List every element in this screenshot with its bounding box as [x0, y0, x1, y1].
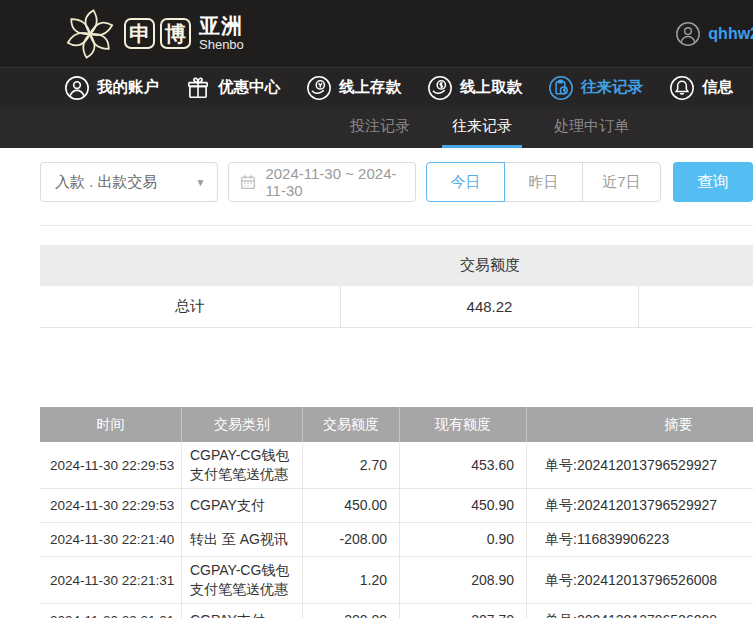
summary-total-value: 448.22	[341, 286, 639, 327]
brand-subtitle: Shenbo	[199, 37, 244, 52]
cell-balance: 208.90	[400, 557, 527, 603]
cell-amount: 450.00	[303, 489, 400, 522]
date-range-input[interactable]: 2024-11-30 ~ 2024-11-30	[228, 162, 416, 202]
nav-label: 往来记录	[581, 77, 643, 98]
transaction-type-value: 入款 . 出款交易	[55, 173, 158, 192]
cell-summary: 单号:202412013796526008	[527, 604, 753, 618]
cell-time: 2024-11-30 22:29:53	[40, 442, 182, 488]
chevron-down-icon: ▼	[195, 177, 205, 188]
tab-processing-orders[interactable]: 处理中订单	[544, 107, 639, 148]
table-header-row: 时间 交易类别 交易额度 现有额度 摘要	[40, 407, 753, 442]
top-header: 申 博 亚洲 Shenbo qhhw2	[0, 0, 753, 67]
sub-nav: 投注记录 往来记录 处理中订单	[0, 107, 753, 148]
logo-char-box-2: 博	[160, 18, 191, 49]
nav-item-promotions[interactable]: 优惠中心	[185, 75, 280, 101]
header-summary: 摘要	[527, 407, 753, 442]
search-button[interactable]: 查询	[673, 162, 753, 202]
header-time: 时间	[40, 407, 182, 442]
cell-balance: 0.90	[400, 523, 527, 556]
logo-char-box-1: 申	[124, 18, 155, 49]
header-amount: 交易额度	[303, 407, 400, 442]
user-icon	[64, 75, 90, 101]
cell-balance: 207.70	[400, 604, 527, 618]
last7days-button[interactable]: 近7日	[582, 162, 661, 202]
cell-balance: 450.90	[400, 489, 527, 522]
cell-summary: 单号:202412013796529927	[527, 489, 753, 522]
summary-total-row: 总计 448.22	[40, 286, 753, 328]
table-row: 2024-11-30 22:29:53 CGPAY支付 450.00 450.9…	[40, 489, 753, 523]
records-clipboard-icon	[548, 75, 574, 101]
summary-table: 交易额度 总计 448.22	[40, 245, 753, 328]
pinwheel-flower-icon	[62, 6, 118, 62]
filter-bar: 入款 . 出款交易 ▼ 2024-11-30 ~ 2024-11-30 今日 昨…	[0, 148, 753, 206]
nav-item-messages[interactable]: 信息	[669, 75, 733, 101]
cell-balance: 453.60	[400, 442, 527, 488]
cell-time: 2024-11-30 22:21:31	[40, 604, 182, 618]
header-type: 交易类别	[182, 407, 303, 442]
user-account[interactable]: qhhw2	[675, 0, 753, 67]
transaction-type-select[interactable]: 入款 . 出款交易 ▼	[40, 162, 218, 202]
cell-amount: 1.20	[303, 557, 400, 603]
bell-icon	[669, 75, 695, 101]
summary-header-amount: 交易额度	[341, 256, 639, 275]
cell-time: 2024-11-30 22:21:31	[40, 557, 182, 603]
table-row: 2024-11-30 22:21:40 转出 至 AG视讯 -208.00 0.…	[40, 523, 753, 557]
cell-summary: 单号:116839906223	[527, 523, 753, 556]
withdraw-coin-icon	[427, 75, 453, 101]
today-button[interactable]: 今日	[426, 162, 505, 202]
cell-amount: 200.00	[303, 604, 400, 618]
quick-date-button-group: 今日 昨日 近7日	[426, 162, 661, 202]
username: qhhw2	[708, 25, 753, 43]
nav-label: 优惠中心	[218, 77, 280, 98]
nav-item-online-withdraw[interactable]: 线上取款	[427, 75, 522, 101]
gift-icon	[185, 75, 211, 101]
main-nav: 我的账户 优惠中心 线上存款	[0, 67, 753, 107]
tab-betting-records[interactable]: 投注记录	[340, 107, 420, 148]
cell-summary: 单号:202412013796529927	[527, 442, 753, 488]
summary-total-label: 总计	[40, 286, 341, 327]
nav-label: 信息	[702, 77, 733, 98]
transactions-table: 时间 交易类别 交易额度 现有额度 摘要 2024-11-30 22:29:53…	[40, 407, 753, 618]
brand-region-label: 亚洲	[199, 15, 244, 37]
cell-time: 2024-11-30 22:21:40	[40, 523, 182, 556]
table-row: 2024-11-30 22:21:31 CGPAY-CG钱包支付笔笔送优惠 1.…	[40, 557, 753, 604]
nav-item-online-deposit[interactable]: 线上存款	[306, 75, 401, 101]
cell-type: CGPAY支付	[182, 489, 303, 522]
calendar-icon	[239, 173, 257, 191]
summary-empty-cell	[639, 286, 753, 327]
table-row: 2024-11-30 22:29:53 CGPAY-CG钱包支付笔笔送优惠 2.…	[40, 442, 753, 489]
header-balance: 现有额度	[400, 407, 527, 442]
summary-header-row: 交易额度	[40, 245, 753, 286]
cell-summary: 单号:202412013796526008	[527, 557, 753, 603]
cell-type: 转出 至 AG视讯	[182, 523, 303, 556]
nav-item-transaction-records[interactable]: 往来记录	[548, 75, 643, 101]
cell-amount: -208.00	[303, 523, 400, 556]
cell-type: CGPAY-CG钱包支付笔笔送优惠	[182, 557, 303, 603]
table-row: 2024-11-30 22:21:31 CGPAY支付 200.00 207.7…	[40, 604, 753, 618]
deposit-coin-icon	[306, 75, 332, 101]
date-range-value: 2024-11-30 ~ 2024-11-30	[265, 165, 405, 199]
user-circle-icon	[675, 21, 701, 47]
tab-transaction-records[interactable]: 往来记录	[442, 107, 522, 148]
cell-amount: 2.70	[303, 442, 400, 488]
nav-label: 我的账户	[97, 77, 159, 98]
nav-label: 线上取款	[460, 77, 522, 98]
nav-item-my-account[interactable]: 我的账户	[64, 75, 159, 101]
cell-type: CGPAY支付	[182, 604, 303, 618]
section-divider	[40, 225, 753, 226]
yesterday-button[interactable]: 昨日	[504, 162, 583, 202]
cell-time: 2024-11-30 22:29:53	[40, 489, 182, 522]
nav-label: 线上存款	[339, 77, 401, 98]
cell-type: CGPAY-CG钱包支付笔笔送优惠	[182, 442, 303, 488]
brand-logo[interactable]: 申 博 亚洲 Shenbo	[62, 6, 244, 62]
